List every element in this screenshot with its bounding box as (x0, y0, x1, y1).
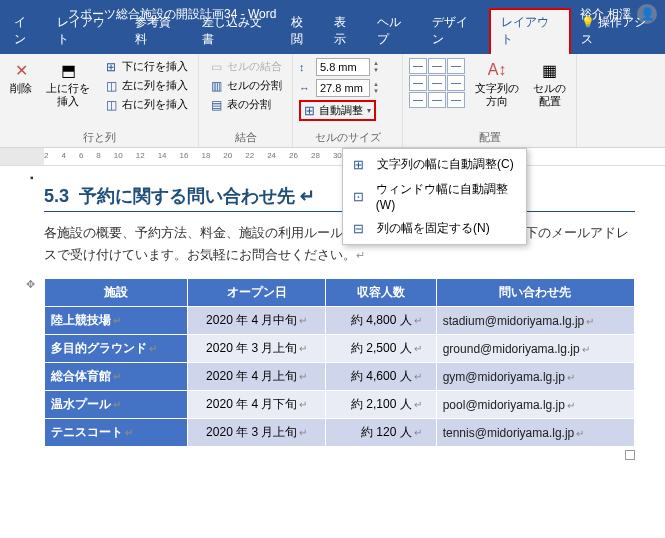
section-heading[interactable]: 5.3 予約に関する問い合わせ先 ↵ (44, 178, 635, 212)
table-header-row: 施設 オープン日 収容人数 問い合わせ先 (45, 279, 635, 307)
tab-layout-doc[interactable]: レイアウト (47, 10, 125, 54)
tab-help[interactable]: ヘルプ (367, 10, 422, 54)
tab-table-layout[interactable]: レイアウト (489, 8, 571, 54)
insert-column-left-button[interactable]: ◫左に列を挿入 (100, 77, 192, 94)
ruler-tick: 8 (96, 151, 100, 160)
down-caret-icon[interactable]: ▼ (373, 88, 379, 95)
align-mc[interactable] (428, 75, 446, 91)
align-mr[interactable] (447, 75, 465, 91)
group-alignment: A↕ 文字列の 方向 ▦ セルの 配置 配置 (403, 54, 577, 147)
up-caret-icon[interactable]: ▲ (373, 60, 379, 67)
horizontal-ruler[interactable]: 24681012141618202224262830323436384042 (0, 148, 665, 166)
merge-label: セルの結合 (227, 59, 282, 74)
table-resize-handle[interactable] (625, 450, 635, 460)
table-row[interactable]: 温水プール↵2020 年 4 月下旬↵約 2,100 人↵pool@midori… (45, 391, 635, 419)
autofit-window-item[interactable]: ⊡ウィンドウ幅に自動調整(W) (343, 177, 526, 216)
group-rows-label: 行と列 (6, 128, 192, 145)
text-direction-label: 文字列の 方向 (475, 82, 519, 108)
split-table-button[interactable]: ▤表の分割 (205, 96, 286, 113)
cell-email[interactable]: gym@midoriyama.lg.jp↵ (436, 363, 634, 391)
insert-row-below-button[interactable]: ⊞下に行を挿入 (100, 58, 192, 75)
cell-facility[interactable]: 多目的グラウンド↵ (45, 335, 188, 363)
align-br[interactable] (447, 92, 465, 108)
insert-left-icon: ◫ (104, 79, 118, 93)
ribbon-tab-bar: イン レイアウト 参考資料 差し込み文書 校閲 表示 ヘルプ デザイン レイアウ… (0, 28, 665, 54)
autofit-button[interactable]: ⊞ 自動調整 ▾ (299, 100, 376, 121)
cell-date[interactable]: 2020 年 4 月上旬↵ (188, 363, 326, 391)
tab-design-doc[interactable]: イン (4, 10, 47, 54)
table-row[interactable]: 陸上競技場↵2020 年 4 月中旬↵約 4,800 人↵stadium@mid… (45, 307, 635, 335)
insert-above-icon: ⬒ (58, 60, 78, 80)
insert-row-above-button[interactable]: ⬒ 上に行を 挿入 (42, 58, 94, 110)
cell-date[interactable]: 2020 年 4 月中旬↵ (188, 307, 326, 335)
cell-email[interactable]: tennis@midoriyama.lg.jp↵ (436, 419, 634, 447)
cell-capacity[interactable]: 約 4,600 人↵ (326, 363, 436, 391)
cell-email[interactable]: stadium@midoriyama.lg.jp↵ (436, 307, 634, 335)
cell-date[interactable]: 2020 年 3 月上旬↵ (188, 419, 326, 447)
up-caret-icon[interactable]: ▲ (373, 81, 379, 88)
column-width-input[interactable] (316, 79, 370, 97)
ruler-tick: 10 (114, 151, 123, 160)
tab-tell-me[interactable]: 操作アシス (571, 10, 665, 54)
tab-table-design[interactable]: デザイン (422, 10, 488, 54)
cell-capacity[interactable]: 約 120 人↵ (326, 419, 436, 447)
split-cells-button[interactable]: ▥セルの分割 (205, 77, 286, 94)
tab-view[interactable]: 表示 (324, 10, 367, 54)
insert-column-right-button[interactable]: ◫右に列を挿入 (100, 96, 192, 113)
table-row[interactable]: 総合体育館↵2020 年 4 月上旬↵約 4,600 人↵gym@midoriy… (45, 363, 635, 391)
table-row[interactable]: テニスコート↵2020 年 3 月上旬↵約 120 人↵tennis@midor… (45, 419, 635, 447)
cell-facility[interactable]: 総合体育館↵ (45, 363, 188, 391)
row-height-spinner[interactable]: ↕ ▲▼ (299, 58, 379, 76)
text-direction-icon: A↕ (487, 60, 507, 80)
cell-capacity[interactable]: 約 4,800 人↵ (326, 307, 436, 335)
cell-email[interactable]: pool@midoriyama.lg.jp↵ (436, 391, 634, 419)
cell-email[interactable]: ground@midoriyama.lg.jp↵ (436, 335, 634, 363)
align-ml[interactable] (409, 75, 427, 91)
split-label: セルの分割 (227, 78, 282, 93)
height-icon: ↕ (299, 61, 313, 73)
column-width-spinner[interactable]: ↔ ▲▼ (299, 79, 379, 97)
cell-facility[interactable]: 陸上競技場↵ (45, 307, 188, 335)
cell-facility[interactable]: 温水プール↵ (45, 391, 188, 419)
col-capacity[interactable]: 収容人数 (326, 279, 436, 307)
cell-margins-button[interactable]: ▦ セルの 配置 (529, 58, 570, 110)
down-caret-icon[interactable]: ▼ (373, 67, 379, 74)
align-tl[interactable] (409, 58, 427, 74)
cell-facility[interactable]: テニスコート↵ (45, 419, 188, 447)
tab-review[interactable]: 校閲 (281, 10, 324, 54)
cell-date[interactable]: 2020 年 4 月下旬↵ (188, 391, 326, 419)
col-contact[interactable]: 問い合わせ先 (436, 279, 634, 307)
align-bl[interactable] (409, 92, 427, 108)
autofit-contents-item[interactable]: ⊞文字列の幅に自動調整(C) (343, 152, 526, 177)
table-anchor-icon[interactable]: ✥ (26, 278, 35, 291)
align-tr[interactable] (447, 58, 465, 74)
group-cell-size: ↕ ▲▼ ↔ ▲▼ ⊞ 自動調整 ▾ セルのサイズ (293, 54, 403, 147)
tab-mailings[interactable]: 差し込み文書 (192, 10, 282, 54)
delete-icon: ✕ (11, 60, 31, 80)
tab-references[interactable]: 参考資料 (125, 10, 191, 54)
cell-capacity[interactable]: 約 2,500 人↵ (326, 335, 436, 363)
split-table-label: 表の分割 (227, 97, 271, 112)
cell-capacity[interactable]: 約 2,100 人↵ (326, 391, 436, 419)
facilities-table[interactable]: 施設 オープン日 収容人数 問い合わせ先 陸上競技場↵2020 年 4 月中旬↵… (44, 278, 635, 447)
delete-button[interactable]: ✕ 削除 (6, 58, 36, 97)
insert-right-label: 右に列を挿入 (122, 97, 188, 112)
delete-label: 削除 (10, 82, 32, 95)
split-table-icon: ▤ (209, 98, 223, 112)
group-merge: ▭セルの結合 ▥セルの分割 ▤表の分割 結合 (199, 54, 293, 147)
document-page: ▪ 5.3 予約に関する問い合わせ先 ↵ 各施設の概要、予約方法、料金、施設の利… (0, 166, 665, 460)
align-tc[interactable] (428, 58, 446, 74)
cell-date[interactable]: 2020 年 3 月上旬↵ (188, 335, 326, 363)
row-height-input[interactable] (316, 58, 370, 76)
body-paragraph[interactable]: 各施設の概要、予約方法、料金、施設の利用ルールなどに関する問い合わせは、以下のメ… (44, 222, 635, 266)
text-direction-button[interactable]: A↕ 文字列の 方向 (471, 58, 523, 110)
fixed-width-item[interactable]: ⊟列の幅を固定する(N) (343, 216, 526, 241)
cell-margins-label: セルの 配置 (533, 82, 566, 108)
col-facility[interactable]: 施設 (45, 279, 188, 307)
table-row[interactable]: 多目的グラウンド↵2020 年 3 月上旬↵約 2,500 人↵ground@m… (45, 335, 635, 363)
align-bc[interactable] (428, 92, 446, 108)
cell-margins-icon: ▦ (540, 60, 560, 80)
ruler-tick: 18 (201, 151, 210, 160)
col-open-date[interactable]: オープン日 (188, 279, 326, 307)
width-icon: ↔ (299, 82, 313, 94)
